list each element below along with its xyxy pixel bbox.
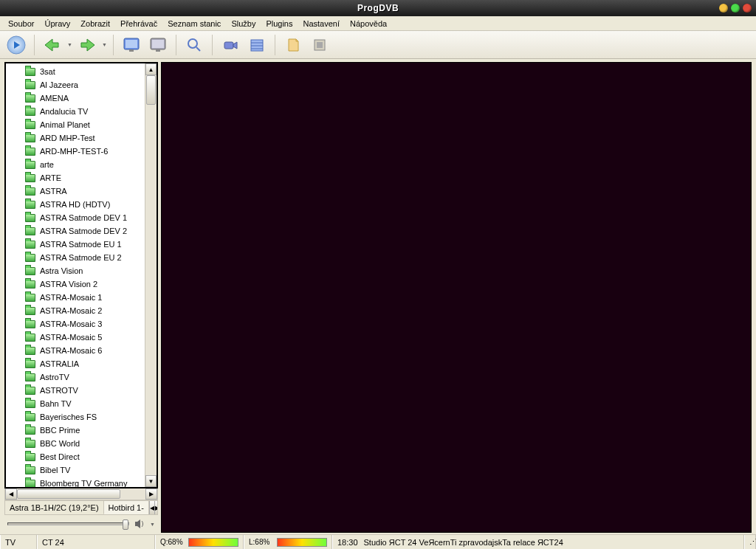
channel-item[interactable]: Astra Vision — [25, 264, 145, 277]
menu-settings[interactable]: Nastavení — [298, 18, 345, 30]
volume-dropdown[interactable]: ▼ — [150, 522, 155, 527]
channel-item[interactable]: ARTE — [25, 171, 145, 184]
play-button[interactable] — [4, 33, 28, 57]
menu-file[interactable]: Soubor — [3, 18, 39, 30]
satellite-tab-astra[interactable]: Astra 1B-1H/2C (19,2°E) — [5, 501, 104, 514]
back-button[interactable] — [41, 33, 64, 57]
channel-item[interactable]: arte — [25, 158, 145, 171]
svg-rect-2 — [126, 40, 137, 48]
scroll-down-button[interactable]: ▼ — [145, 475, 157, 487]
scroll-track[interactable] — [17, 488, 145, 500]
channel-item[interactable]: ASTRA — [25, 184, 145, 198]
satellite-tab-hotbird[interactable]: Hotbird 1- — [104, 501, 149, 514]
menu-channel-list[interactable]: Seznam stanic — [162, 18, 226, 30]
channel-item[interactable]: ASTRA Satmode EU 1 — [25, 238, 145, 251]
sidebar: 3satAl JazeeraAMENAAndalucia TVAnimal Pl… — [4, 62, 158, 533]
channel-label: ARD-MHP-TEST-6 — [40, 147, 108, 156]
channel-item[interactable]: ASTRA-Mosaic 6 — [25, 344, 145, 357]
tree-vscrollbar[interactable]: ▲ ▼ — [145, 63, 157, 487]
channel-item[interactable]: ASTRA-Mosaic 5 — [25, 331, 145, 344]
folder-icon — [25, 214, 35, 222]
channel-item[interactable]: 3sat — [25, 65, 145, 78]
channel-item[interactable]: Andalucia TV — [25, 105, 145, 118]
channel-item[interactable]: ASTROTV — [25, 384, 145, 397]
folder-icon — [25, 227, 35, 235]
channel-label: ARTE — [40, 173, 61, 182]
channel-item[interactable]: BBC World — [25, 437, 145, 450]
channel-item[interactable]: ASTRALIA — [25, 357, 145, 370]
svg-rect-15 — [317, 42, 323, 48]
channel-tree: 3satAl JazeeraAMENAAndalucia TVAnimal Pl… — [4, 62, 158, 488]
close-button[interactable] — [743, 4, 752, 13]
channel-item[interactable]: Animal Planet — [25, 118, 145, 131]
channel-item[interactable]: Bayerisches FS — [25, 410, 145, 424]
menu-view[interactable]: Zobrazit — [75, 18, 115, 30]
scroll-track[interactable] — [145, 75, 157, 475]
menu-services[interactable]: Služby — [226, 18, 261, 30]
channel-item[interactable]: AMENA — [25, 92, 145, 105]
channel-item[interactable]: ASTRA Satmode EU 2 — [25, 251, 145, 264]
channel-item[interactable]: ASTRA HD (HDTV) — [25, 198, 145, 211]
channel-label: ASTRA — [40, 187, 67, 196]
menu-player[interactable]: Přehrávač — [115, 18, 162, 30]
search-button[interactable] — [182, 33, 206, 57]
channel-item[interactable]: ASTRA Satmode DEV 2 — [25, 224, 145, 238]
channel-label: BBC Prime — [40, 426, 80, 435]
menu-help[interactable]: Nápověda — [345, 18, 392, 30]
svg-rect-6 — [156, 49, 160, 52]
channel-item[interactable]: ASTRA Vision 2 — [25, 277, 145, 291]
scheduler-button[interactable] — [245, 33, 269, 57]
tab-scroll-left[interactable]: ◀ — [149, 501, 154, 514]
channel-item[interactable]: ASTRA-Mosaic 2 — [25, 304, 145, 317]
channel-item[interactable]: Al Jazeera — [25, 78, 145, 92]
channel-label: Bloomberg TV Germany — [40, 479, 127, 487]
channel-item[interactable]: Best Direct — [25, 450, 145, 463]
folder-icon — [25, 427, 35, 435]
desktop-button[interactable] — [146, 33, 170, 57]
menu-edit[interactable]: Úpravy — [39, 18, 75, 30]
channel-item[interactable]: Bloomberg TV Germany — [25, 477, 145, 487]
scroll-right-button[interactable]: ▶ — [145, 488, 157, 500]
channel-item[interactable]: ASTRA Satmode DEV 1 — [25, 211, 145, 224]
level-label: L:68% — [249, 538, 274, 546]
scroll-up-button[interactable]: ▲ — [145, 63, 157, 75]
channel-label: arte — [40, 160, 54, 169]
maximize-button[interactable] — [731, 4, 740, 13]
fullscreen-button[interactable] — [120, 33, 143, 57]
forward-button[interactable] — [75, 33, 99, 57]
status-signal-quality: Q:68% — [155, 535, 244, 549]
scroll-thumb[interactable] — [146, 75, 156, 105]
menu-plugins[interactable]: Plugins — [261, 18, 298, 30]
title-bar: ProgDVB — [0, 0, 756, 16]
folder-icon — [25, 174, 35, 182]
folder-icon — [25, 413, 35, 421]
volume-slider[interactable] — [7, 522, 129, 525]
tab-scroll-right[interactable]: ▶ — [154, 501, 158, 514]
notes-button[interactable] — [281, 33, 305, 57]
forward-dropdown[interactable]: ▼ — [102, 42, 107, 47]
folder-icon — [25, 480, 35, 488]
tree-hscrollbar[interactable]: ◀ ▶ — [4, 488, 158, 500]
record-button[interactable] — [219, 33, 242, 57]
volume-thumb[interactable] — [123, 519, 128, 530]
channel-item[interactable]: ASTRA-Mosaic 3 — [25, 317, 145, 331]
channel-item[interactable]: ARD-MHP-TEST-6 — [25, 145, 145, 158]
channel-tree-view[interactable]: 3satAl JazeeraAMENAAndalucia TVAnimal Pl… — [6, 63, 145, 487]
back-dropdown[interactable]: ▼ — [67, 42, 72, 47]
channel-item[interactable]: Bibel TV — [25, 463, 145, 477]
channel-label: ASTRA-Mosaic 2 — [40, 306, 102, 315]
channel-item[interactable]: ARD MHP-Test — [25, 131, 145, 145]
minimize-button[interactable] — [719, 4, 728, 13]
channel-item[interactable]: ASTRA-Mosaic 1 — [25, 291, 145, 304]
channel-item[interactable]: Bahn TV — [25, 397, 145, 410]
status-stream-type: TV — [0, 535, 37, 549]
folder-icon — [25, 161, 35, 169]
scroll-left-button[interactable]: ◀ — [5, 488, 17, 500]
options-button[interactable] — [308, 33, 331, 57]
speaker-icon[interactable] — [134, 518, 145, 530]
channel-item[interactable]: BBC Prime — [25, 424, 145, 437]
channel-item[interactable]: AstroTV — [25, 370, 145, 384]
video-area[interactable] — [161, 62, 752, 533]
folder-icon — [25, 280, 35, 289]
scroll-thumb[interactable] — [17, 489, 120, 499]
